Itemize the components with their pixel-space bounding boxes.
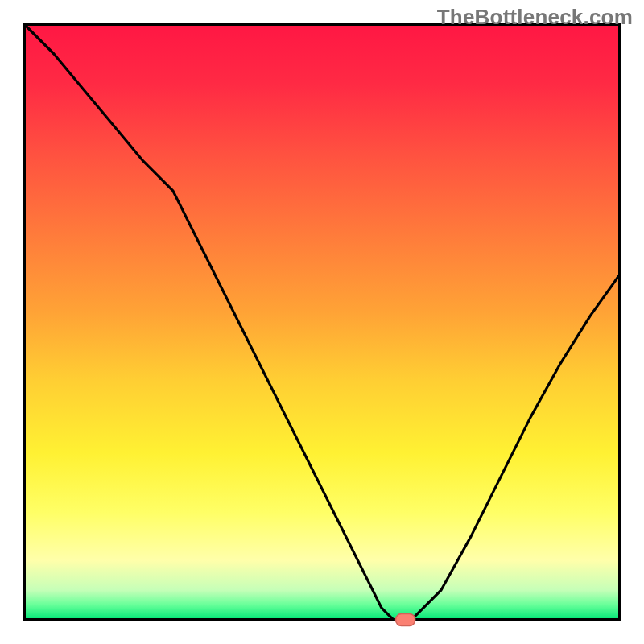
optimal-marker: [396, 614, 415, 626]
watermark-text: TheBottleneck.com: [437, 5, 633, 30]
plot-background: [24, 24, 620, 620]
chart-container: TheBottleneck.com: [0, 0, 644, 644]
bottleneck-chart: [0, 0, 644, 644]
